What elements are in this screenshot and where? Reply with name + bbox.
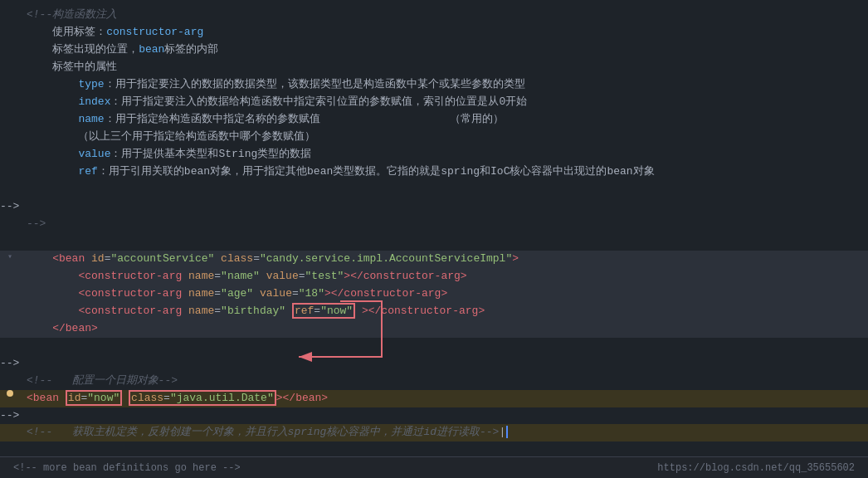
breakpoint-dot [7, 390, 13, 397]
bottom-bar: <!-- more bean definitions go here --> h… [0, 456, 868, 478]
content-bean-close: </bean> [20, 320, 861, 338]
content-10: ref：用于引用关联的bean对象，用于指定其他bean类型数据。它指的就是sp… [20, 163, 861, 181]
line-9: value：用于提供基本类型和String类型的数据 [0, 146, 868, 163]
line-close-comment: --> [0, 216, 868, 233]
more-beans-comment: <!-- more bean definitions go here --> [13, 462, 241, 474]
content-6: index：用于指定要注入的数据给构造函数中指定索引位置的参数赋值，索引的位置是… [20, 94, 861, 111]
line-now-bean: <bean id="now" class="java.util.Date"></… [0, 390, 868, 407]
content-3: 标签出现的位置，bean标签的内部 [20, 41, 861, 59]
content-bean-open: <bean id="accountService" class="candy.s… [20, 251, 861, 268]
line-bean-open: ▾ <bean id="accountService" class="candy… [0, 251, 868, 268]
gutter-bean-open: ▾ [0, 251, 20, 264]
content-reflect-comment: <!-- 获取主机定类，反射创建一个对象，并且行入spring核心容器中，并通过… [20, 424, 861, 441]
line-7: name：用于指定给构造函数中指定名称的参数赋值 （常用的） [0, 111, 868, 129]
fold-icon: ▾ [7, 251, 12, 264]
line-date-comment: <!-- 配置一个日期对象--> [0, 373, 868, 390]
line-ctor-age: <constructor-arg name="age" value="18"><… [0, 285, 868, 303]
line-2: 使用标签：constructor-arg [0, 24, 868, 41]
content-ctor-name: <constructor-arg name="name" value="test… [20, 268, 861, 285]
line-bean-close: </bean> [0, 320, 868, 338]
line-reflect-comment: <!-- 获取主机定类，反射创建一个对象，并且行入spring核心容器中，并通过… [0, 424, 868, 441]
content-2: 使用标签：constructor-arg [20, 24, 861, 41]
line-3: 标签出现的位置，bean标签的内部 [0, 41, 868, 59]
content-5: type：用于指定要注入的数据的数据类型，该数据类型也是构造函数中某个或某些参数… [20, 76, 861, 94]
line-10: ref：用于引用关联的bean对象，用于指定其他bean类型数据。它指的就是sp… [0, 163, 868, 181]
line-8: （以上三个用于指定给构造函数中哪个参数赋值） [0, 129, 868, 146]
line-ctor-name: <constructor-arg name="name" value="test… [0, 268, 868, 285]
line-4: 标签中的属性 [0, 59, 868, 76]
content-1: <!--构造函数注入 [20, 7, 861, 24]
code-editor: <!--构造函数注入 使用标签：constructor-arg 标签出现的位置，… [0, 0, 868, 478]
line-blank1 [0, 181, 868, 198]
line-5: type：用于指定要注入的数据的数据类型，该数据类型也是构造函数中某个或某些参数… [0, 76, 868, 94]
content-8: （以上三个用于指定给构造函数中哪个参数赋值） [20, 129, 861, 146]
line-blank3 [0, 338, 868, 355]
content-ctor-birthday: <constructor-arg name="birthday" ref="no… [20, 303, 861, 320]
content-blank3 [20, 338, 861, 355]
line-6: index：用于指定要注入的数据给构造函数中指定索引位置的参数赋值，索引的位置是… [0, 94, 868, 111]
content-now-bean: <bean id="now" class="java.util.Date"></… [20, 390, 861, 407]
blog-url: https://blog.csdn.net/qq_35655602 [657, 462, 855, 474]
content-7: name：用于指定给构造函数中指定名称的参数赋值 （常用的） [20, 111, 861, 129]
line-ctor-birthday: <constructor-arg name="birthday" ref="no… [0, 303, 868, 320]
line-blank2 [0, 233, 868, 251]
content-9: value：用于提供基本类型和String类型的数据 [20, 146, 861, 163]
content-date-comment: <!-- 配置一个日期对象--> [20, 373, 861, 390]
content-blank1 [20, 181, 861, 198]
content-close-comment: --> [20, 216, 861, 233]
content-4: 标签中的属性 [20, 59, 861, 76]
gutter-now-bean [0, 390, 20, 397]
content-blank2 [20, 233, 861, 251]
content-ctor-age: <constructor-arg name="age" value="18"><… [20, 285, 861, 303]
line-1: <!--构造函数注入 [0, 7, 868, 24]
